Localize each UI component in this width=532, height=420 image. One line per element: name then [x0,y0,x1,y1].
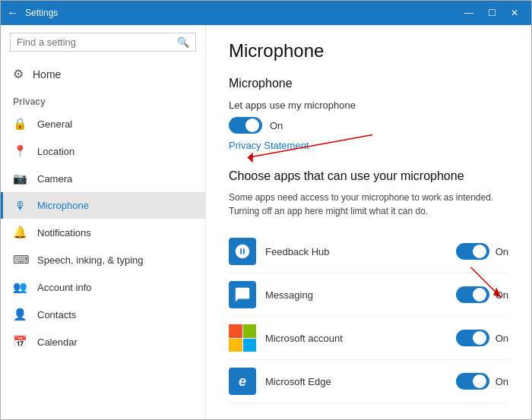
main-toggle-row: On [229,117,508,134]
ms-edge-name: Microsoft Edge [265,376,447,387]
sidebar-item-location-label: Location [37,146,74,157]
right-panel: Microphone Microphone Let apps use my mi… [206,25,531,418]
svg-rect-0 [229,324,242,338]
feedback-hub-toggle-row: On [456,243,508,260]
ms-edge-toggle-label: On [496,376,508,387]
sidebar-item-microphone[interactable]: 🎙Microphone [1,192,205,219]
ms-account-toggle-row: On [456,330,508,346]
sidebar-item-camera-label: Camera [37,173,72,185]
choose-apps-desc: Some apps need access to your microphone… [229,191,508,218]
back-button[interactable]: ← [7,6,19,20]
minimize-button[interactable]: — [458,2,480,24]
home-label: Home [33,68,61,81]
app-row-messaging: MessagingOn [229,273,508,317]
microphone-icon: 🎙 [13,199,27,212]
account-info-icon: 👥 [13,280,27,294]
home-icon: ⚙ [13,67,24,81]
search-box[interactable]: 🔍 [10,33,196,52]
close-button[interactable]: ✕ [504,2,525,24]
maximize-button[interactable]: ☐ [481,2,502,24]
sidebar-item-calendar-label: Calendar [37,336,78,348]
messaging-toggle-label: On [496,289,508,301]
sidebar-item-notifications-label: Notifications [37,227,91,238]
app-row-ms-account: Microsoft accountOn [229,317,508,360]
sidebar-item-general[interactable]: 🔒General [1,110,205,137]
messaging-toggle[interactable] [456,286,489,303]
search-input[interactable] [17,36,177,48]
feedback-hub-icon [229,238,256,265]
toggle-knob [473,245,486,258]
ms-account-name: Microsoft account [265,333,447,344]
choose-apps-title: Choose apps that can use your microphone [229,169,508,183]
sidebar-item-general-label: General [37,118,72,130]
ms-edge-toggle[interactable] [456,373,489,390]
titlebar: ← Settings — ☐ ✕ [1,1,531,25]
sidebar-item-speech-label: Speech, inking, & typing [37,254,143,266]
svg-rect-1 [243,324,256,338]
sidebar-item-microphone-label: Microphone [37,200,89,211]
ms-edge-toggle-row: On [456,373,508,390]
home-nav-item[interactable]: ⚙ Home [1,59,205,89]
app-row-feedback-hub: Feedback HubOn [229,230,508,273]
app-row-ms-edge: eMicrosoft EdgeOn [229,360,508,403]
nav-items: 🔒General📍Location📷Camera🎙Microphone🔔Noti… [1,110,205,355]
calendar-icon: 📅 [13,335,27,349]
sidebar-item-speech[interactable]: ⌨Speech, inking, & typing [1,246,205,273]
microphone-toggle[interactable] [229,117,262,134]
sidebar-item-account-info[interactable]: 👥Account info [1,273,205,301]
sidebar-item-account-info-label: Account info [37,282,92,293]
microphone-section-title: Microphone [229,77,508,90]
toggle-description: Let apps use my microphone [229,99,508,111]
sidebar: 🔍 ⚙ Home Privacy 🔒General📍Location📷Camer… [1,25,206,419]
sidebar-item-notifications[interactable]: 🔔Notifications [1,219,205,246]
messaging-name: Messaging [265,289,447,301]
search-icon: 🔍 [177,36,189,48]
notifications-icon: 🔔 [13,226,27,239]
location-icon: 📍 [13,144,27,158]
sidebar-item-calendar[interactable]: 📅Calendar [1,328,205,355]
feedback-hub-toggle[interactable] [456,243,489,260]
svg-rect-2 [229,339,242,352]
window-controls: — ☐ ✕ [458,2,525,24]
sidebar-item-camera[interactable]: 📷Camera [1,165,205,192]
sidebar-item-contacts-label: Contacts [37,309,76,321]
privacy-section-label: Privacy [1,89,205,110]
contacts-icon: 👤 [13,308,27,321]
feedback-hub-toggle-label: On [496,246,508,257]
window-title: Settings [25,8,458,18]
privacy-statement-link[interactable]: Privacy Statement [229,140,508,151]
messaging-icon [229,281,256,308]
toggle-knob [473,331,486,345]
camera-icon: 📷 [13,172,27,185]
main-toggle-label: On [270,120,283,131]
toggle-knob [245,118,259,132]
messaging-toggle-row: On [456,286,508,303]
ms-edge-icon: e [229,368,256,395]
panel-title: Microphone [229,40,508,62]
sidebar-item-location[interactable]: 📍Location [1,137,205,165]
speech-icon: ⌨ [13,253,27,267]
sidebar-item-contacts[interactable]: 👤Contacts [1,301,205,328]
svg-rect-3 [243,339,256,352]
ms-account-icon [229,324,256,352]
ms-account-toggle-label: On [496,333,508,344]
ms-account-toggle[interactable] [456,330,489,346]
app-list: Feedback HubOnMessagingOn Microsoft acco… [229,230,508,403]
feedback-hub-name: Feedback Hub [265,246,447,257]
general-icon: 🔒 [13,117,27,131]
toggle-knob [473,288,486,302]
toggle-knob [473,374,486,388]
